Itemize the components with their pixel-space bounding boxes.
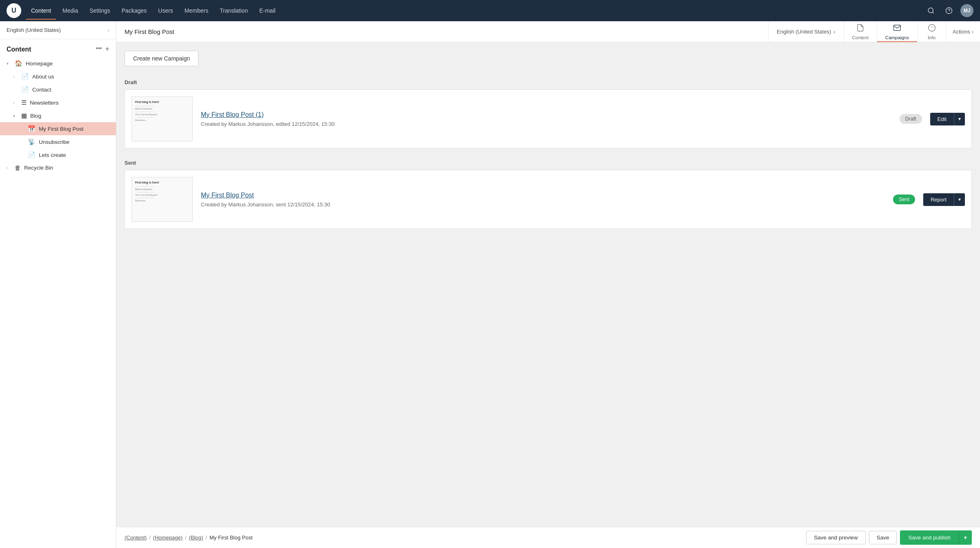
save-button[interactable]: Save	[869, 531, 897, 544]
svg-point-0	[928, 8, 933, 13]
report-dropdown-button[interactable]: ▾	[954, 193, 965, 206]
campaigns-content: Create new Campaign Draft First blog is …	[116, 42, 980, 527]
sidebar-item-contact[interactable]: 📄 Contact	[0, 83, 116, 96]
tab-actions[interactable]: Actions ›	[946, 21, 980, 42]
sidebar-item-lets-create[interactable]: 📄 Lets create	[0, 148, 116, 161]
sidebar-title: Content	[7, 46, 31, 53]
sidebar: English (United States) › Content ••• + …	[0, 21, 116, 548]
nav-users[interactable]: Users	[153, 5, 178, 16]
thumbnail-preview: First blog is here! Markus Johansson Thi…	[135, 181, 159, 202]
nav-members[interactable]: Members	[180, 5, 213, 16]
save-publish-button[interactable]: Save and publish	[900, 530, 959, 545]
report-button-group: Report ▾	[923, 193, 965, 206]
sent-campaign-thumbnail: First blog is here! Markus Johansson Thi…	[131, 177, 193, 222]
sidebar-lang-label: English (United States)	[7, 27, 61, 33]
search-icon[interactable]	[924, 4, 938, 17]
sidebar-item-homepage[interactable]: ▾ 🏠 Homepage	[0, 57, 116, 70]
sidebar-header: Content ••• +	[0, 39, 116, 57]
rss-icon: 📡	[28, 138, 36, 145]
page-icon: 📄	[21, 73, 29, 80]
calendar-icon: 📅	[28, 125, 36, 132]
tab-info-label: Info	[928, 35, 935, 40]
list-icon: ☰	[21, 99, 27, 106]
sidebar-language-selector[interactable]: English (United States) ›	[0, 21, 116, 39]
chevron-right-icon: ›	[13, 74, 18, 79]
chevron-right-icon: ›	[7, 166, 11, 170]
status-badge: Draft	[900, 114, 922, 124]
trash-icon: 🗑	[15, 164, 21, 171]
sidebar-item-unsubscribe[interactable]: 📡 Unsubscribe	[0, 135, 116, 148]
ellipsis-icon[interactable]: •••	[96, 45, 102, 54]
chevron-right-icon: ›	[833, 29, 835, 35]
report-button[interactable]: Report	[923, 193, 954, 206]
content-area: My First Blog Post English (United State…	[116, 21, 980, 548]
chevron-right-icon: ›	[108, 27, 109, 33]
logo[interactable]: U	[7, 3, 21, 18]
sent-section-label: Sent	[125, 155, 972, 170]
save-publish-dropdown[interactable]: ▾	[959, 530, 972, 545]
sent-campaign-card: First blog is here! Markus Johansson Thi…	[125, 170, 972, 229]
main-layout: English (United States) › Content ••• + …	[0, 21, 980, 548]
breadcrumb-sep: /	[205, 535, 207, 541]
draft-campaign-card: First blog is here! Markus Johansson Thi…	[125, 89, 972, 148]
breadcrumb-sep: /	[149, 535, 151, 541]
svg-line-1	[932, 12, 933, 13]
nav-content[interactable]: Content	[26, 5, 56, 16]
page-icon: 📄	[28, 151, 36, 159]
breadcrumb-homepage[interactable]: (Homepage)	[153, 535, 183, 541]
edit-button-group: Edit ▾	[930, 113, 965, 125]
chevron-down-icon: ▾	[13, 114, 18, 118]
chevron-right-icon: ›	[13, 101, 18, 105]
breadcrumb-current: My First Blog Post	[209, 535, 252, 541]
draft-section-label: Draft	[125, 74, 972, 89]
sent-campaign-name[interactable]: My First Blog Post	[201, 192, 885, 199]
edit-dropdown-button[interactable]: ▾	[954, 113, 965, 125]
bottom-bar: (Content) / (Homepage) / (Blog) / My Fir…	[116, 527, 980, 548]
nav-settings[interactable]: Settings	[85, 5, 115, 16]
chevron-down-icon: ▾	[7, 61, 11, 66]
bottom-actions: Save and preview Save Save and publish ▾	[806, 530, 972, 545]
edit-button[interactable]: Edit	[930, 113, 954, 125]
nav-media[interactable]: Media	[58, 5, 83, 16]
page-title: My First Blog Post	[116, 21, 768, 42]
tab-content-label: Content	[852, 35, 869, 40]
breadcrumb-blog[interactable]: (Blog)	[189, 535, 203, 541]
page-icon: 📄	[21, 86, 29, 93]
sidebar-actions[interactable]: ••• +	[96, 45, 109, 54]
thumbnail-preview: First blog is here! Markus Johansson Thi…	[135, 100, 159, 122]
avatar[interactable]: MJ	[960, 4, 973, 17]
tab-content[interactable]: Content	[844, 21, 877, 42]
sidebar-item-my-first-blog-post[interactable]: 📅 My First Blog Post	[0, 122, 116, 135]
top-nav-right: MJ	[924, 4, 973, 17]
tab-campaigns[interactable]: Campaigns	[877, 21, 918, 42]
add-icon[interactable]: +	[105, 45, 109, 54]
breadcrumb-content[interactable]: (Content)	[125, 535, 147, 541]
nav-email[interactable]: E-mail	[254, 5, 281, 16]
lang-label: English (United States)	[777, 29, 831, 35]
sidebar-item-about-us[interactable]: › 📄 About us	[0, 70, 116, 83]
help-icon[interactable]	[942, 4, 956, 17]
nav-packages[interactable]: Packages	[117, 5, 151, 16]
info-tab-icon	[928, 24, 936, 34]
content-header: My First Blog Post English (United State…	[116, 21, 980, 42]
draft-campaign-thumbnail: First blog is here! Markus Johansson Thi…	[131, 96, 193, 141]
campaigns-tab-icon	[893, 24, 901, 34]
nav-translation[interactable]: Translation	[215, 5, 253, 16]
sidebar-item-blog[interactable]: ▾ ▦ Blog	[0, 109, 116, 122]
content-tabs: Content Campaigns Info Actions ›	[844, 21, 980, 42]
sent-campaign-info: My First Blog Post Created by Markus Joh…	[201, 192, 885, 208]
tab-campaigns-label: Campaigns	[885, 35, 909, 40]
draft-campaign-info: My First Blog Post (1) Created by Markus…	[201, 111, 891, 127]
language-selector[interactable]: English (United States) ›	[768, 21, 843, 42]
tab-info[interactable]: Info	[918, 21, 946, 42]
create-campaign-button[interactable]: Create new Campaign	[125, 51, 198, 66]
home-icon: 🏠	[15, 60, 22, 67]
sidebar-item-recycle-bin[interactable]: › 🗑 Recycle Bin	[0, 161, 116, 174]
breadcrumb-sep: /	[185, 535, 187, 541]
actions-label: Actions	[953, 29, 970, 35]
draft-campaign-name[interactable]: My First Blog Post (1)	[201, 111, 891, 119]
breadcrumb: (Content) / (Homepage) / (Blog) / My Fir…	[125, 535, 801, 541]
save-preview-button[interactable]: Save and preview	[806, 531, 865, 544]
grid-icon: ▦	[21, 112, 27, 119]
sidebar-item-newsletters[interactable]: › ☰ Newsletters	[0, 96, 116, 109]
